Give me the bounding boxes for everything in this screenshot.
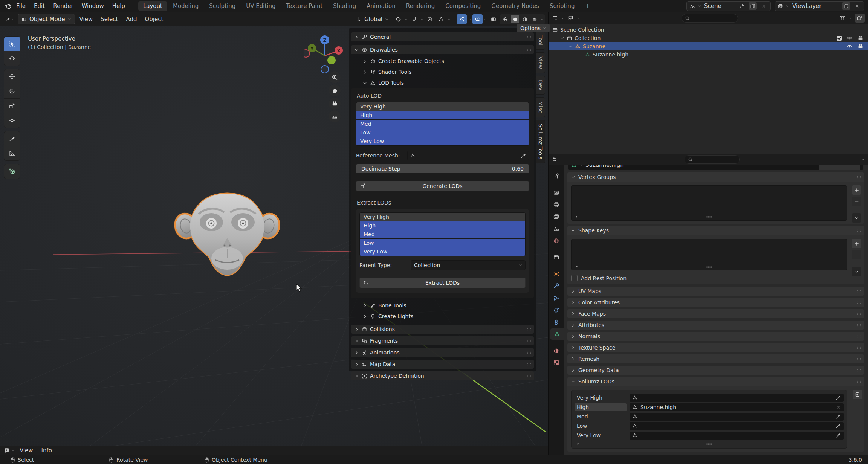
workspace-tab-compositing[interactable]: Compositing <box>440 1 486 11</box>
tab-sollumz-tools[interactable]: Sollumz Tools <box>536 120 545 163</box>
decimate-step-slider[interactable]: Decimate Step 0.60 <box>356 164 529 173</box>
copy-lods-to-selected-button[interactable] <box>853 390 862 399</box>
drag-handle[interactable] <box>855 313 861 315</box>
tab-tool[interactable]: Tool <box>536 31 545 50</box>
lod-label-med[interactable]: Med <box>575 413 627 421</box>
menu-file[interactable]: File <box>12 3 30 9</box>
list-expand-icon[interactable] <box>575 215 579 219</box>
panel-create-lights[interactable]: Create Lights <box>359 312 534 321</box>
panel-normals[interactable]: Normals <box>567 332 864 341</box>
drag-handle[interactable] <box>855 335 861 338</box>
outliner-row-suzanne[interactable]: Suzanne <box>549 42 868 50</box>
lod-label-high[interactable]: High <box>575 403 627 411</box>
hide-eye-icon[interactable] <box>847 43 853 49</box>
new-viewlayer-button[interactable] <box>842 2 850 10</box>
drag-handle[interactable] <box>525 328 531 331</box>
workspace-tab-texture-paint[interactable]: Texture Paint <box>281 1 327 11</box>
show-gizmo-toggle[interactable] <box>457 14 467 24</box>
tab-material[interactable] <box>549 345 564 357</box>
auto-lod-level-very-high[interactable]: Very High <box>356 102 529 111</box>
drag-handle[interactable] <box>855 380 861 383</box>
workspace-tab-scripting[interactable]: Scripting <box>545 1 580 11</box>
tab-collection[interactable] <box>549 251 564 263</box>
panel-uv-maps[interactable]: UV Maps <box>567 287 864 296</box>
panel-attributes[interactable]: Attributes <box>567 321 864 330</box>
scene-selector[interactable]: Scene <box>686 1 771 11</box>
tool-annotate[interactable] <box>4 131 20 146</box>
menu-select[interactable]: Select <box>97 16 121 23</box>
tab-world[interactable] <box>549 235 564 247</box>
tool-select-box[interactable] <box>4 36 20 51</box>
list-expand-icon[interactable] <box>576 442 580 446</box>
lod-field-high[interactable]: Suzanne.high <box>630 403 844 411</box>
workspace-tab-animation[interactable]: Animation <box>362 1 400 11</box>
remove-shape-key-button[interactable] <box>852 250 861 259</box>
eyedropper-icon[interactable] <box>836 395 841 400</box>
eyedropper-icon[interactable] <box>836 433 841 438</box>
disclosure-triangle[interactable] <box>560 36 564 40</box>
workspace-tab-rendering[interactable]: Rendering <box>401 1 440 11</box>
list-resize-grip[interactable] <box>706 216 712 218</box>
properties-editor-icon[interactable] <box>552 156 558 162</box>
mode-dropdown[interactable]: Object Mode <box>18 14 75 24</box>
collection-checkbox[interactable] <box>837 36 842 41</box>
options-dropdown[interactable]: Options <box>517 24 550 32</box>
tab-view[interactable]: View <box>536 52 545 73</box>
panel-texture-space[interactable]: Texture Space <box>567 343 864 352</box>
zoom-view-button[interactable] <box>329 71 341 83</box>
drag-handle[interactable] <box>855 290 861 293</box>
menu-help[interactable]: Help <box>108 3 129 9</box>
lod-field-very-low[interactable] <box>630 432 844 440</box>
drag-handle[interactable] <box>525 351 531 354</box>
tab-misc[interactable]: Misc <box>536 97 545 117</box>
drag-handle[interactable] <box>855 324 861 327</box>
disclosure-triangle[interactable] <box>568 44 573 49</box>
filter-mode-icon[interactable] <box>567 15 573 21</box>
properties-search-input[interactable] <box>685 155 740 164</box>
extract-level-low[interactable]: Low <box>360 238 525 247</box>
navigation-gizmo[interactable]: Z X Y <box>304 32 346 75</box>
add-workspace-button[interactable]: + <box>581 1 595 11</box>
shading-wireframe-button[interactable] <box>501 15 509 23</box>
info-editor-icon[interactable] <box>4 447 10 453</box>
panel-sollumz-lods[interactable]: Sollumz LODs <box>567 377 864 386</box>
camera-view-button[interactable] <box>329 98 341 110</box>
drag-handle[interactable] <box>855 176 861 179</box>
tool-cursor[interactable] <box>4 51 20 66</box>
workspace-tab-geometry-nodes[interactable]: Geometry Nodes <box>486 1 544 11</box>
pivot-point-button[interactable] <box>393 14 403 24</box>
drag-handle[interactable] <box>855 301 861 304</box>
outliner-row-scene-collection[interactable]: Scene Collection <box>549 26 868 34</box>
tab-tool[interactable] <box>549 170 564 182</box>
list-resize-grip[interactable] <box>706 443 712 445</box>
shading-material-button[interactable] <box>521 15 529 23</box>
suzanne-object[interactable] <box>171 185 283 279</box>
transform-orientation-dropdown[interactable]: Global <box>353 14 392 24</box>
shape-keys-list[interactable] <box>571 239 847 270</box>
snap-toggle-button[interactable] <box>409 14 419 24</box>
tool-add-cube[interactable] <box>4 164 20 179</box>
drag-handle[interactable] <box>525 36 531 38</box>
falloff-button[interactable] <box>436 14 446 24</box>
workspace-tab-modeling[interactable]: Modeling <box>168 1 203 11</box>
menu-edit[interactable]: Edit <box>30 3 49 9</box>
extract-lods-button[interactable]: Extract LODs <box>359 278 526 288</box>
lod-field-very-high[interactable] <box>630 394 844 402</box>
extract-level-very-high[interactable]: Very High <box>360 213 525 221</box>
workspace-tab-shading[interactable]: Shading <box>328 1 361 11</box>
tool-move[interactable] <box>4 69 20 84</box>
panel-lod-tools[interactable]: LOD Tools <box>359 78 534 87</box>
orthographic-toggle-button[interactable] <box>329 110 341 122</box>
info-menu-info[interactable]: Info <box>38 447 55 454</box>
tab-constraints[interactable] <box>549 316 564 328</box>
panel-shape-keys[interactable]: Shape Keys <box>567 226 864 235</box>
filter-funnel-icon[interactable] <box>839 15 845 21</box>
viewlayer-selector[interactable]: ViewLayer <box>775 1 864 11</box>
new-scene-button[interactable] <box>749 2 757 10</box>
tab-dev[interactable]: Dev <box>536 76 545 95</box>
drag-handle[interactable] <box>525 363 531 366</box>
workspace-tab-sculpting[interactable]: Sculpting <box>204 1 240 11</box>
unlink-scene-button[interactable] <box>760 2 768 10</box>
generate-lods-button[interactable]: Generate LODs <box>356 181 529 191</box>
panel-bone-tools[interactable]: Bone Tools <box>359 301 534 310</box>
